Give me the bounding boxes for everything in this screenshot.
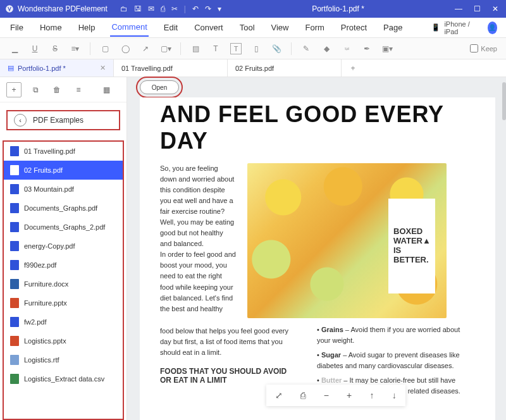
list-item[interactable]: Logistics.pptx bbox=[4, 331, 123, 350]
print-icon[interactable]: ⎙ bbox=[300, 390, 305, 400]
share-icon[interactable]: ✂ bbox=[171, 4, 178, 13]
file-name-label: Documents_Graphs.pdf bbox=[24, 204, 97, 212]
rectangle-tool-icon[interactable]: ▢ bbox=[99, 43, 111, 54]
scroll-thumb[interactable] bbox=[502, 82, 506, 120]
strikethrough-tool-icon[interactable]: S bbox=[49, 43, 61, 54]
hero-image: BOXED WATER▲ IS BETTER. bbox=[247, 163, 447, 318]
redo-icon[interactable]: ↷ bbox=[205, 4, 211, 13]
oval-tool-icon[interactable]: ◯ bbox=[120, 43, 131, 54]
menubar: File Home Help Comment Edit Convert Tool… bbox=[0, 18, 506, 38]
delete-button[interactable]: 🗑 bbox=[49, 82, 65, 97]
stamp-dropdown-icon[interactable]: ▣▾ bbox=[381, 43, 393, 54]
undo-icon[interactable]: ↶ bbox=[192, 4, 199, 13]
shape-dropdown-icon[interactable]: ▢▾ bbox=[160, 43, 171, 54]
breadcrumb-back-button[interactable]: ‹ bbox=[14, 114, 27, 127]
list-item[interactable]: 03 Mountain.pdf bbox=[4, 180, 123, 199]
maximize-button[interactable]: ☐ bbox=[474, 4, 481, 13]
zoom-in-icon[interactable]: + bbox=[347, 390, 352, 400]
breadcrumb: ‹ PDF Examples bbox=[6, 110, 120, 130]
fit-page-icon[interactable]: ⤢ bbox=[275, 390, 283, 400]
list-item[interactable]: Documents_Graphs_2.pdf bbox=[4, 218, 123, 237]
pdf-icon bbox=[10, 317, 19, 327]
list-item[interactable]: Logistics_Extract data.csv bbox=[4, 369, 123, 388]
list-view-icon[interactable]: ≡ bbox=[71, 82, 86, 97]
save-icon[interactable]: 🖫 bbox=[134, 4, 142, 13]
app-logo-icon bbox=[5, 4, 14, 13]
menu-home[interactable]: Home bbox=[39, 19, 63, 36]
menu-view[interactable]: View bbox=[270, 19, 290, 36]
next-page-icon[interactable]: ↓ bbox=[392, 390, 397, 400]
attachment-tool-icon[interactable]: 📎 bbox=[271, 43, 282, 54]
note-tool-icon[interactable]: ▤ bbox=[190, 43, 201, 54]
close-button[interactable]: ✕ bbox=[492, 4, 498, 13]
arrow-tool-icon[interactable]: ↗ bbox=[140, 43, 151, 54]
file-list[interactable]: 01 Travelling.pdf02 Fruits.pdf03 Mountai… bbox=[4, 142, 123, 419]
highlight-tool-icon[interactable]: ▁ bbox=[9, 43, 20, 54]
list-item[interactable]: 01 Travelling.pdf bbox=[4, 142, 123, 161]
menu-page[interactable]: Page bbox=[382, 19, 404, 36]
quick-access-toolbar: 🗀 🖫 ✉ ⎙ ✂ | ↶ ↷ ▾ bbox=[120, 4, 221, 13]
menu-convert[interactable]: Convert bbox=[193, 19, 225, 36]
scrollbar[interactable] bbox=[502, 77, 506, 420]
tab-label: Portfolio-1.pdf * bbox=[18, 65, 66, 72]
file-name-label: Logistics_Extract data.csv bbox=[24, 375, 104, 383]
menu-protect[interactable]: Protect bbox=[340, 19, 368, 36]
new-tab-button[interactable]: + bbox=[342, 59, 364, 77]
open-folder-icon[interactable]: 🗀 bbox=[120, 4, 128, 13]
list-item[interactable]: Furniture.docx bbox=[4, 275, 123, 293]
device-switch[interactable]: 📱 iPhone / iPad bbox=[431, 20, 473, 35]
grid-view-icon[interactable]: ▦ bbox=[99, 82, 114, 97]
menu-tool[interactable]: Tool bbox=[238, 19, 256, 36]
menu-help[interactable]: Help bbox=[77, 19, 97, 36]
add-file-button[interactable]: + bbox=[6, 82, 22, 97]
menu-form[interactable]: Form bbox=[304, 19, 326, 36]
zoom-out-icon[interactable]: − bbox=[324, 390, 329, 400]
print-icon[interactable]: ⎙ bbox=[161, 4, 165, 13]
list-item[interactable]: f990ez.pdf bbox=[4, 256, 123, 275]
caret-tool-icon[interactable]: ≡▾ bbox=[70, 43, 81, 54]
menu-comment[interactable]: Comment bbox=[110, 18, 148, 37]
signature-tool-icon[interactable]: ✒ bbox=[361, 43, 373, 54]
list-item[interactable]: Logistics.rtf bbox=[4, 350, 123, 369]
tab-travelling[interactable]: 01 Travelling.pdf bbox=[114, 59, 228, 77]
user-avatar[interactable]: 👤 bbox=[488, 22, 497, 34]
pdf-icon bbox=[10, 241, 19, 251]
pdf-icon bbox=[10, 165, 19, 175]
prev-page-icon[interactable]: ↑ bbox=[370, 390, 374, 400]
tab-fruits[interactable]: 02 Fruits.pdf bbox=[228, 59, 342, 77]
open-button[interactable]: Open bbox=[140, 80, 179, 94]
bullet-item: • Grains – Avoid them if you are worried… bbox=[317, 324, 475, 346]
close-tab-icon[interactable]: ✕ bbox=[100, 64, 106, 72]
mail-icon[interactable]: ✉ bbox=[148, 4, 154, 13]
list-item[interactable]: fw2.pdf bbox=[4, 312, 123, 331]
list-item[interactable]: Furniture.pptx bbox=[4, 293, 123, 312]
list-item[interactable]: energy-Copy.pdf bbox=[4, 237, 123, 256]
extract-button[interactable]: ⧉ bbox=[28, 82, 43, 97]
comment-toolbar: ▁ U S ≡▾ ▢ ◯ ↗ ▢▾ ▤ T T ▯ 📎 ✎ ◆ ⎃ ✒ ▣▾ K… bbox=[0, 38, 506, 59]
docx-icon bbox=[10, 279, 19, 289]
keep-tool-selected[interactable]: Keep bbox=[470, 44, 497, 52]
dropdown-icon[interactable]: ▾ bbox=[218, 4, 221, 13]
tab-label: 02 Fruits.pdf bbox=[235, 65, 274, 72]
list-item[interactable]: 02 Fruits.pdf bbox=[4, 161, 123, 180]
pencil-tool-icon[interactable]: ✎ bbox=[300, 43, 312, 54]
list-item[interactable]: Documents_Graphs.pdf bbox=[4, 199, 123, 218]
area-highlight-icon[interactable]: ▯ bbox=[250, 43, 262, 54]
minimize-button[interactable]: — bbox=[455, 4, 462, 13]
menu-file[interactable]: File bbox=[9, 19, 25, 36]
keep-checkbox[interactable] bbox=[470, 44, 478, 52]
floating-toolbar: ⤢ ⎙ − + ↑ ↓ bbox=[266, 385, 405, 406]
underline-tool-icon[interactable]: U bbox=[29, 43, 40, 54]
textbox-tool-icon[interactable]: T bbox=[230, 43, 242, 54]
menu-edit[interactable]: Edit bbox=[163, 19, 179, 36]
viewer: Open AND FEEL GOOD EVERY DAY So, you are… bbox=[127, 77, 506, 420]
stamp-tool-icon[interactable]: ⎃ bbox=[341, 43, 352, 54]
rtf-icon bbox=[10, 355, 19, 365]
file-name-label: 03 Mountain.pdf bbox=[24, 185, 74, 193]
pptx-icon bbox=[10, 298, 19, 308]
eraser-tool-icon[interactable]: ◆ bbox=[321, 43, 332, 54]
text-tool-icon[interactable]: T bbox=[210, 43, 221, 54]
app-name-text: Wondershare PDFelement bbox=[18, 4, 108, 13]
titlebar: Wondershare PDFelement 🗀 🖫 ✉ ⎙ ✂ | ↶ ↷ ▾… bbox=[0, 0, 506, 18]
tab-portfolio[interactable]: ▤ Portfolio-1.pdf * ✕ bbox=[0, 59, 114, 77]
